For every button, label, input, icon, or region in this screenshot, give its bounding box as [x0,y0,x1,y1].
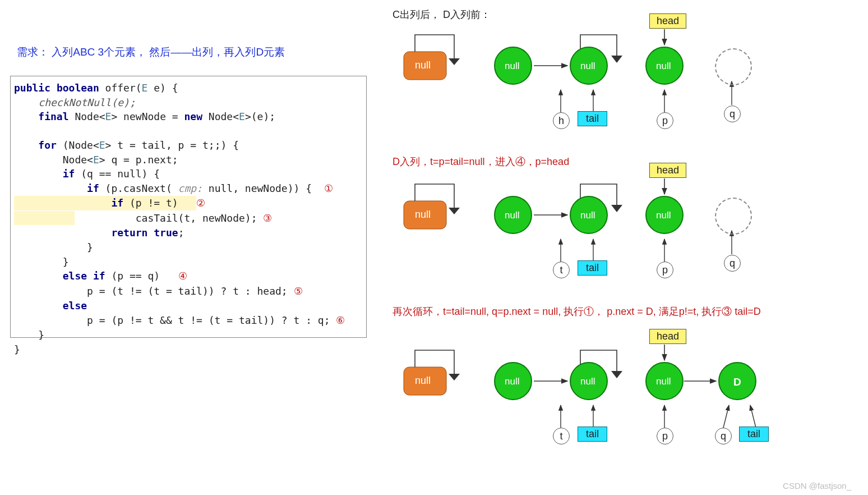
kw-true: true [154,227,178,239]
d3-D: D [733,376,741,388]
d3-g1-null: null [505,376,519,387]
code-t16: p = (p != t && t != (t = tail)) ? t : q; [87,314,336,326]
d2-dashed [715,198,752,235]
d2-p: p [657,262,673,278]
hl-row2 [14,211,75,226]
d1-q: q [724,106,741,122]
kw-return: return [111,227,147,239]
d3-g2-null: null [580,376,595,387]
d3-head: head [649,329,686,344]
ann-3: ③ [263,213,272,224]
d3-orange-null: null [415,375,431,387]
d3-tail-old: tail [578,427,607,442]
kw-if3: if [111,197,123,209]
tp-E5: E [93,154,99,166]
d1-orange-null: null [415,59,431,71]
kw-if1: if [63,168,75,180]
kw-public: public [14,82,50,94]
d2-q: q [724,255,741,272]
d3-q: q [715,428,732,444]
code-t8: > q = p.next; [99,154,178,166]
code-t12: (p != t) [123,197,196,209]
d3-t: t [553,428,570,444]
code-t13: casTail(t, newNode); [136,212,264,224]
code-t9: (q == null) { [75,168,160,180]
code-t2: newNode = [117,111,184,122]
diagram3-caption: 再次循环，t=tail=null, q=p.next = null, 执行①， … [393,305,841,318]
tp-E4: E [99,139,105,151]
kw-else: else [63,300,87,311]
d1-p: p [657,112,673,129]
d3-tail-new: tail [739,427,769,442]
d2-g3-null: null [656,210,671,221]
tp-E2: E [105,111,112,122]
d2-g1-null: null [505,210,519,221]
code-t10: (p.casNext( [99,182,172,194]
kw-boolean: boolean [57,82,99,94]
watermark: CSDN @fastjson_ [783,481,851,491]
svg-line-31 [723,405,729,428]
d2-g2-null: null [580,210,595,221]
tp-E: E [142,82,148,94]
requirement-text: 需求： 入列ABC 3个元素， 然后——出列，再入列D元素 [17,45,285,59]
ann-5: ⑤ [294,286,303,297]
hl-row1: if (p != t) [14,196,196,210]
kw-new: new [184,111,203,122]
ann-2: ② [196,198,205,209]
kw-final: final [38,111,68,122]
d3-p: p [657,428,673,444]
d1-g1-null: null [505,61,519,72]
d2-orange-null: null [415,209,431,221]
code-t11: null, newNode)) { [209,182,324,194]
d2-head: head [649,163,686,178]
diagram2-caption: D入列，t=p=tail=null，进入④，p=head [393,155,569,168]
tp-E3: E [239,111,245,122]
code-t1: e) { [147,82,178,94]
code-t7: Node< [63,154,93,166]
code-t14: (p == q) [105,270,178,282]
kw-for: for [38,139,57,151]
d1-h: h [553,112,570,129]
page-root: 需求： 入列ABC 3个元素， 然后——出列，再入列D元素 public boo… [0,0,868,495]
d2-tail: tail [578,260,607,276]
svg-line-32 [750,405,756,428]
tp-Node1: Node [75,111,99,122]
d1-dashed [715,48,752,85]
code-t15: p = (t != (t = tail)) ? t : head; [87,285,293,297]
ann-1: ① [324,183,333,194]
code-t6: > t = tail, p = t;;) { [105,139,239,151]
kw-elseif: else if [63,270,105,282]
code-t5: (Node< [57,139,99,151]
d1-g3-null: null [656,61,671,72]
fn-checkNotNull: checkNotNull(e); [38,97,135,108]
ann-4: ④ [178,271,187,282]
d2-t: t [553,262,570,278]
ann-6: ⑥ [336,315,345,326]
d3-g3-null: null [656,376,671,387]
kw-if2: if [87,182,99,194]
d1-tail: tail [578,111,607,126]
fn-offer: offer( [99,82,142,94]
code-t3: Node< [202,111,239,122]
code-block: public boolean offer(E e) { checkNotNull… [10,76,367,338]
hint-cmp: cmp: [172,182,209,194]
code-t4: >(e); [245,111,275,122]
d1-head: head [649,13,686,29]
d1-g2-null: null [580,61,595,72]
